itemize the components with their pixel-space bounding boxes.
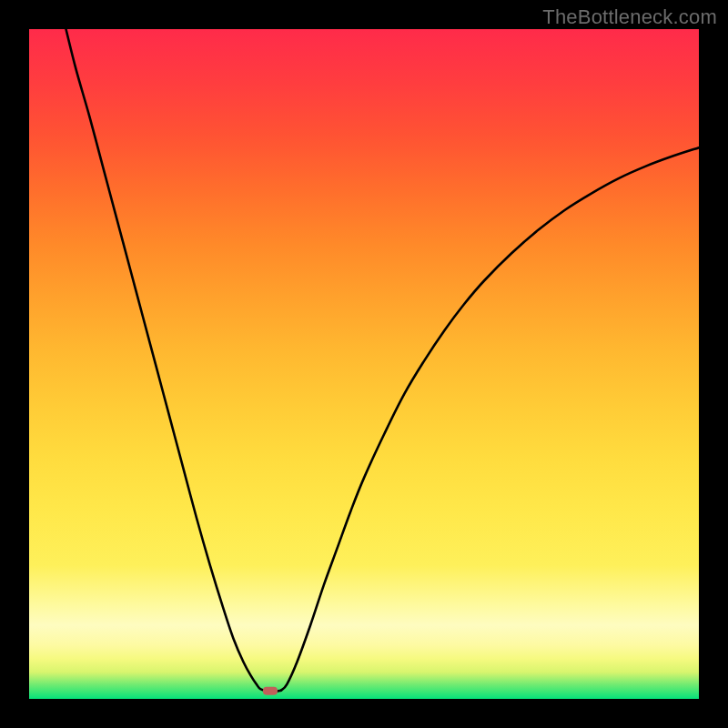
valley-marker [263, 687, 278, 695]
plot-area [29, 29, 699, 699]
curve-right-branch [281, 147, 699, 691]
curve-svg [29, 29, 699, 699]
curve-valley-floor [266, 691, 281, 692]
chart-frame: TheBottleneck.com [0, 0, 728, 728]
curve-group [66, 29, 699, 695]
curve-left-branch [66, 29, 265, 691]
watermark-text: TheBottleneck.com [542, 5, 717, 29]
